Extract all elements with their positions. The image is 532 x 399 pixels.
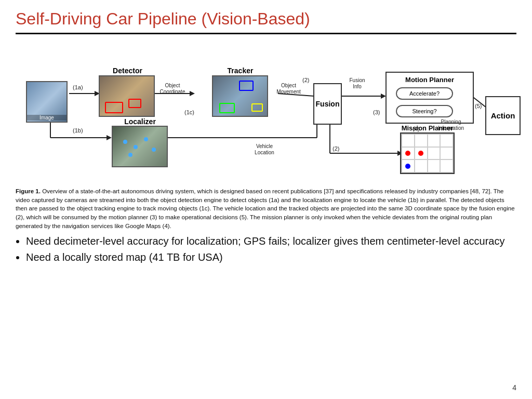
accelerate-label: Accelerate? xyxy=(409,90,440,97)
object-movement-label: Object Movement xyxy=(272,82,305,95)
action-label: Action xyxy=(491,111,515,120)
svg-marker-4 xyxy=(107,135,112,140)
svg-marker-6 xyxy=(190,91,195,96)
label-3: (3) xyxy=(373,109,380,115)
image-box: Image xyxy=(26,81,68,123)
fusion-info-label: Fusion Info xyxy=(343,77,371,89)
label-1a: (1a) xyxy=(73,84,83,90)
label-2b: (2) xyxy=(332,145,339,152)
tracker-title: Tracker xyxy=(213,66,268,75)
detector-title: Detector xyxy=(100,66,155,75)
label-5: (5) xyxy=(475,103,482,109)
localizer-box xyxy=(112,126,168,167)
tracker-box xyxy=(212,75,268,117)
object-coordinate-label: Object Coordinate xyxy=(157,82,188,95)
caption-bold: Figure 1. xyxy=(16,188,41,194)
motion-planner-box: Motion Planner Accelerate? Steering? xyxy=(385,72,474,124)
figure-caption: Figure 1. Overview of a state-of-the-art… xyxy=(16,187,516,230)
vehicle-location-label: Vehicle Location xyxy=(246,143,283,155)
bullet-item-1: Need decimeter-level accuracy for locali… xyxy=(26,235,516,247)
pipeline-diagram: Image (1a) (1b) Detector Object Coordina… xyxy=(16,42,516,182)
bullet-list: Need decimeter-level accuracy for locali… xyxy=(16,235,516,263)
slide: Self-Driving Car Pipeline (Vision-Based) xyxy=(0,0,532,399)
image-label: Image xyxy=(39,115,54,121)
slide-title: Self-Driving Car Pipeline (Vision-Based) xyxy=(16,9,516,29)
mission-planner-title: Mission Planner xyxy=(402,124,454,132)
mission-grid xyxy=(401,134,454,173)
action-box: Action xyxy=(485,96,521,135)
fusion-box: Fusion xyxy=(313,83,342,125)
label-1c: (1c) xyxy=(184,109,194,115)
caption-text: Overview of a state-of-the-art autonomou… xyxy=(16,188,515,229)
motion-planner-title: Motion Planner xyxy=(387,76,473,84)
detector-box xyxy=(99,75,155,117)
page-number: 4 xyxy=(512,383,516,392)
localizer-title: Localizer xyxy=(113,117,167,126)
fusion-label: Fusion xyxy=(316,100,340,108)
mission-planner-box: Mission Planner xyxy=(400,132,455,174)
accelerate-box: Accelerate? xyxy=(396,87,453,100)
title-divider xyxy=(16,33,516,34)
label-1b: (1b) xyxy=(73,127,83,134)
steering-box: Steering? xyxy=(396,105,453,117)
label-2a: (2) xyxy=(302,77,309,83)
steering-label: Steering? xyxy=(412,108,436,114)
bullet-item-2: Need a locally stored map (41 TB for USA… xyxy=(26,251,516,263)
